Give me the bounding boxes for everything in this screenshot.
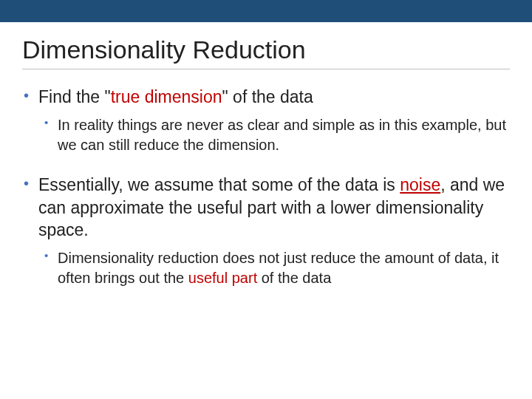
bullet-2-sub-hl: useful part [188,270,257,286]
bullet-2-text-pre: Essentially, we assume that some of the … [38,175,400,194]
bullet-1-sublist: In reality things are never as clear and… [38,115,510,154]
slide-title: Dimensionality Reduction [22,35,510,69]
slide-content: Dimensionality Reduction Find the "true … [0,22,532,287]
bullet-list-level1: Find the "true dimension" of the data In… [22,86,510,287]
bullet-2-sublist: Dimensionality reduction does not just r… [38,248,510,287]
bullet-2-sub: Dimensionality reduction does not just r… [58,248,510,287]
bullet-1-highlight: true dimension [111,87,222,106]
bullet-2-noise: noise [400,175,440,194]
bullet-2: Essentially, we assume that some of the … [38,174,510,287]
bullet-1: Find the "true dimension" of the data In… [38,86,510,154]
top-accent-bar [0,0,532,22]
bullet-1-text-pre: Find the " [38,87,111,106]
bullet-2-sub-post: of the data [257,270,331,286]
bullet-1-text-post: " of the data [222,87,313,106]
bullet-1-sub: In reality things are never as clear and… [58,115,510,154]
